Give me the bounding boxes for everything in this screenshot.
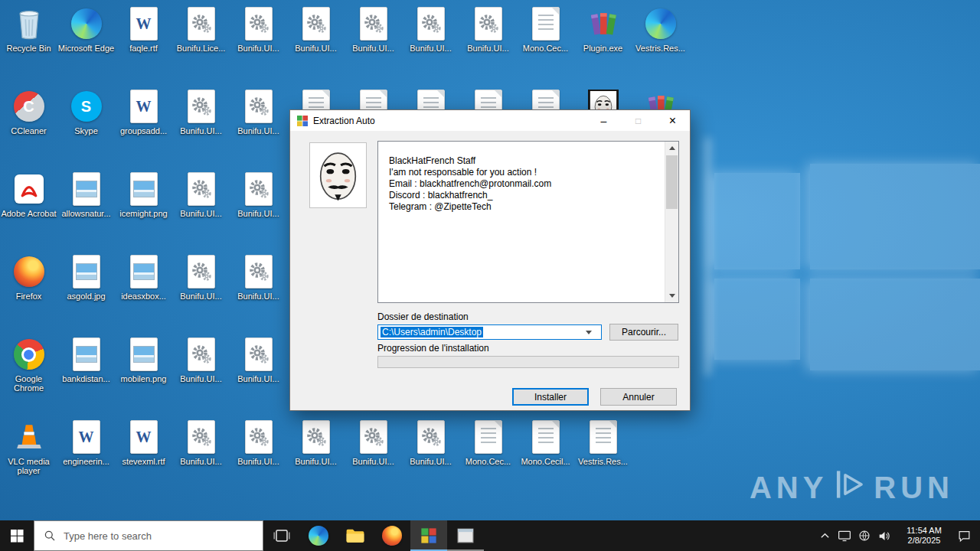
dialog-message-line: BlackHatFrench Staff: [389, 155, 662, 167]
desktop-icon-stevexml-rtf[interactable]: Wstevexml.rtf: [115, 419, 172, 466]
desktop-icon-bunifu-ui[interactable]: Bunifu.UI...: [172, 337, 230, 383]
desktop-icon-bunifu-ui[interactable]: Bunifu.UI...: [345, 419, 402, 466]
search-input[interactable]: [62, 530, 249, 543]
desktop-icon-bunifu-ui[interactable]: Bunifu.UI...: [172, 254, 230, 301]
desktop-icon-bunifu-ui[interactable]: Bunifu.UI...: [230, 6, 287, 53]
desktop-icon-bunifu-ui[interactable]: Bunifu.UI...: [230, 89, 287, 135]
word-icon: W: [126, 419, 162, 455]
hidden-icons-chevron[interactable]: [815, 520, 835, 551]
desktop-icon-asgold-jpg[interactable]: asgold.jpg: [57, 254, 115, 301]
desktop-icon-vestris-res[interactable]: Vestris.Res...: [574, 419, 632, 466]
desktop-icon-bunifu-ui[interactable]: Bunifu.UI...: [345, 6, 402, 53]
desktop-icon-label: Mono.Cec...: [466, 457, 511, 466]
desktop-icon-skype[interactable]: SSkype: [57, 89, 115, 135]
desktop-icon-bunifu-ui[interactable]: Bunifu.UI...: [459, 6, 517, 53]
desktop-icon-label: Bunifu.UI...: [237, 374, 279, 383]
volume-tray-button[interactable]: [874, 520, 894, 551]
minimize-button[interactable]: –: [586, 110, 621, 131]
desktop-icon-label: Firefox: [16, 292, 42, 301]
taskbar-file-explorer-button[interactable]: [337, 520, 374, 551]
desktop-icon-vlc-media-player[interactable]: VLC media player: [0, 419, 57, 475]
task-view-button[interactable]: [263, 520, 300, 551]
desktop-icon-adobe-acrobat[interactable]: Adobe Acrobat: [0, 171, 57, 218]
scrollbar-thumb[interactable]: [666, 155, 678, 209]
desktop-icon-label: faqle.rtf: [129, 44, 158, 53]
desktop-icon-label: Bunifu.UI...: [237, 457, 279, 466]
desktop-icon-ccleaner[interactable]: CCCleaner: [0, 89, 57, 135]
destination-combobox[interactable]: C:\Users\admin\Desktop: [377, 324, 602, 340]
desktop-icon-microsoft-edge[interactable]: Microsoft Edge: [57, 6, 115, 53]
scroll-up-icon[interactable]: [665, 142, 678, 155]
dialog-message: BlackHatFrench StaffI'am not responsable…: [378, 142, 665, 302]
taskbar-extraction-auto-button[interactable]: [410, 520, 447, 551]
desktop-icon-bunifu-ui[interactable]: Bunifu.UI...: [287, 419, 345, 466]
desktop-icon-ideasxbox[interactable]: ideasxbox...: [115, 254, 172, 301]
desktop-icon-label: Bunifu.UI...: [180, 126, 221, 135]
dialog-message-box: BlackHatFrench StaffI'am not responsable…: [377, 141, 679, 303]
display-tray-button[interactable]: [835, 520, 854, 551]
combobox-dropdown-icon[interactable]: [583, 325, 595, 339]
destination-label: Dossier de destination: [377, 311, 469, 322]
start-button[interactable]: [0, 520, 34, 551]
desktop-icon-bunifu-ui[interactable]: Bunifu.UI...: [230, 171, 287, 218]
desktop-icon-label: Bunifu.UI...: [410, 44, 451, 53]
desktop-icon-recycle-bin[interactable]: Recycle Bin: [0, 6, 57, 53]
desktop-icon-bankdistan[interactable]: bankdistan...: [57, 337, 115, 383]
desktop-icon-bunifu-ui[interactable]: Bunifu.UI...: [172, 419, 230, 466]
message-scrollbar[interactable]: [665, 142, 678, 302]
desktop-icon-groupsadd[interactable]: Wgroupsadd...: [115, 89, 172, 135]
taskbar-window-app-button[interactable]: [447, 520, 484, 551]
desktop-icon-label: Bunifu.UI...: [180, 374, 221, 383]
network-tray-button[interactable]: [854, 520, 874, 551]
desktop-icon-bunifu-lice[interactable]: Bunifu.Lice...: [172, 6, 230, 53]
taskbar-search[interactable]: [34, 520, 263, 551]
clock-date: 2/8/2025: [900, 536, 948, 546]
desktop-icon-bunifu-ui[interactable]: Bunifu.UI...: [230, 254, 287, 301]
progress-label: Progression de l'installation: [377, 343, 489, 354]
desktop-icon-bunifu-ui[interactable]: Bunifu.UI...: [287, 6, 345, 53]
desktop-icon-bunifu-ui[interactable]: Bunifu.UI...: [402, 6, 459, 53]
browse-button[interactable]: Parcourir...: [609, 324, 678, 341]
desktop-icon-mono-cec[interactable]: Mono.Cec...: [517, 6, 574, 53]
desktop-icon-label: Recycle Bin: [6, 44, 51, 53]
action-center-button[interactable]: [954, 520, 974, 551]
desktop-icon-bunifu-ui[interactable]: Bunifu.UI...: [172, 89, 230, 135]
file-explorer-icon: [345, 527, 365, 544]
taskbar-firefox-button[interactable]: [374, 520, 410, 551]
desktop-icon-plugin-exe[interactable]: Plugin.exe: [574, 6, 632, 53]
watermark-run-text: RUN: [874, 471, 954, 505]
chrome-icon: [11, 337, 47, 372]
desktop-icon-allowsnatur[interactable]: allowsnatur...: [57, 171, 115, 218]
edge-icon: [643, 6, 678, 41]
desktop-icon-icemight-png[interactable]: icemight.png: [115, 171, 172, 218]
desktop-icon-label: allowsnatur...: [61, 209, 110, 218]
edge-icon: [69, 6, 104, 41]
desktop-icon-faqle-rtf[interactable]: Wfaqle.rtf: [115, 6, 172, 53]
desktop-icon-label: Vestris.Res...: [578, 457, 628, 466]
desktop-icon-google-chrome[interactable]: Google Chrome: [0, 337, 57, 393]
desktop-icon-mono-cecil[interactable]: Mono.Cecil...: [517, 419, 574, 466]
taskbar-edge-button[interactable]: [300, 520, 337, 551]
scroll-down-icon[interactable]: [665, 289, 678, 302]
close-button[interactable]: ×: [655, 110, 690, 131]
install-button[interactable]: Installer: [512, 388, 589, 406]
taskbar-clock[interactable]: 11:54 AM 2/8/2025: [900, 526, 948, 546]
gear-icon: [184, 337, 219, 372]
cancel-button[interactable]: Annuler: [600, 388, 677, 406]
image-icon: [69, 254, 104, 289]
desktop-icon-bunifu-ui[interactable]: Bunifu.UI...: [230, 419, 287, 466]
desktop-icon-engineerin[interactable]: Wengineerin...: [57, 419, 115, 466]
gear-icon: [241, 337, 276, 372]
desktop-icon-firefox[interactable]: Firefox: [0, 254, 57, 301]
desktop-icon-bunifu-ui[interactable]: Bunifu.UI...: [230, 337, 287, 383]
image-icon: [126, 171, 162, 207]
desktop-icon-vestris-res[interactable]: Vestris.Res...: [632, 6, 689, 53]
desktop-icon-bunifu-ui[interactable]: Bunifu.UI...: [172, 171, 230, 218]
desktop-icon-mono-cec[interactable]: Mono.Cec...: [459, 419, 517, 466]
window-app-icon: [457, 528, 474, 543]
desktop-icon-mobilen-png[interactable]: mobilen.png: [115, 337, 172, 383]
desktop-icon-bunifu-ui[interactable]: Bunifu.UI...: [402, 419, 459, 466]
page-icon: [528, 419, 564, 455]
desktop-icon-label: Bunifu.UI...: [410, 457, 451, 466]
desktop-icon-label: Bunifu.UI...: [352, 457, 394, 466]
